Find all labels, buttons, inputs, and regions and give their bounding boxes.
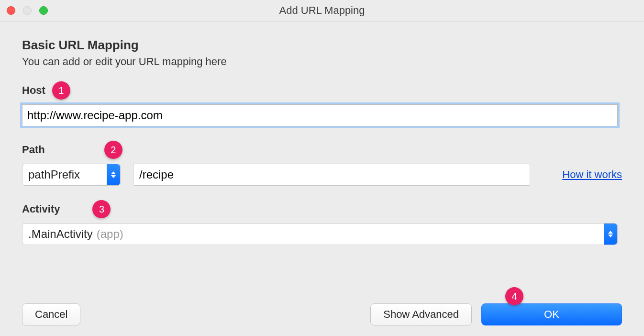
zoom-window-icon[interactable]	[39, 6, 48, 15]
activity-value-sub: (app)	[97, 227, 123, 241]
section-subheading: You can add or edit your URL mapping her…	[22, 56, 622, 68]
window-title: Add URL Mapping	[279, 4, 365, 17]
activity-select[interactable]: .MainActivity (app)	[22, 223, 618, 245]
ok-button[interactable]: OK	[481, 303, 622, 325]
minimize-window-icon	[23, 6, 32, 15]
window-controls	[7, 6, 48, 15]
host-input[interactable]	[22, 104, 618, 126]
select-arrows-icon	[604, 224, 617, 245]
activity-label: Activity	[22, 203, 60, 215]
host-label: Host	[22, 84, 45, 97]
section-heading: Basic URL Mapping	[22, 38, 622, 53]
titlebar: Add URL Mapping	[0, 0, 644, 22]
path-input[interactable]	[133, 164, 530, 186]
callout-marker-2: 2	[104, 141, 122, 159]
cancel-button[interactable]: Cancel	[22, 303, 80, 325]
callout-marker-1: 1	[52, 81, 70, 100]
path-label: Path	[22, 144, 45, 156]
callout-marker-3: 3	[92, 200, 111, 218]
path-type-value: pathPrefix	[28, 168, 80, 181]
close-window-icon[interactable]	[7, 6, 15, 15]
how-it-works-link[interactable]: How it works	[562, 168, 622, 181]
show-advanced-button[interactable]: Show Advanced	[370, 303, 472, 325]
activity-value-main: .MainActivity	[28, 227, 93, 241]
callout-marker-4: 4	[505, 287, 523, 305]
path-type-select[interactable]: pathPrefix	[22, 164, 121, 186]
select-arrows-icon	[107, 164, 120, 185]
